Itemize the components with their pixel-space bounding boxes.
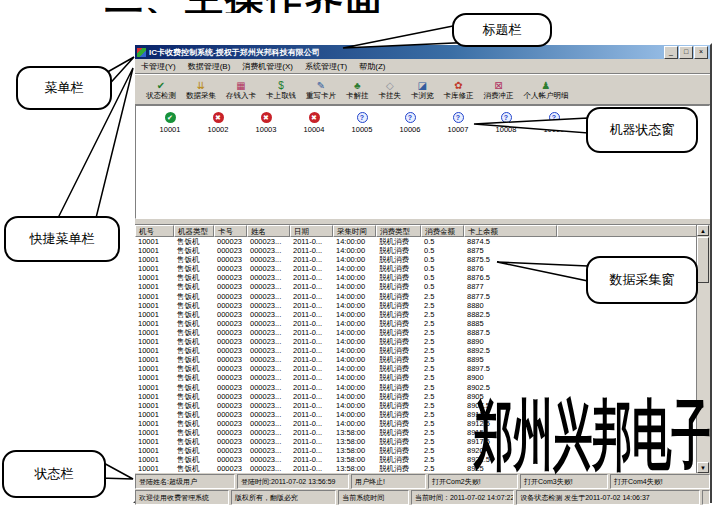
table-cell: 2.5 (421, 355, 464, 364)
table-cell: 2011-0... (290, 464, 333, 473)
toolbar-button[interactable]: ◇卡挂失 (374, 75, 407, 104)
toolbar-button[interactable]: ⇊数据采集 (181, 75, 221, 104)
page: 二、主操作界面 IC卡收费控制系统-授权于郑州兴邦科技有限公司 _ □ × 卡管… (0, 0, 714, 507)
toolbar-button[interactable]: ▦存钱入卡 (221, 75, 261, 104)
app-icon (137, 48, 146, 57)
table-row[interactable]: 10001售饭机000023000023...2011-0...14:00:00… (135, 364, 697, 373)
toolbar-button[interactable]: ✔状态检测 (141, 75, 181, 104)
table-row[interactable]: 10001售饭机000023000023...2011-0...14:00:00… (135, 328, 697, 337)
toolbar-button[interactable]: ✎重写卡片 (301, 75, 341, 104)
table-cell: 脱机消费 (376, 401, 421, 410)
menu-item[interactable]: 消费机管理(X) (236, 61, 299, 72)
title-bar[interactable]: IC卡收费控制系统-授权于郑州兴邦科技有限公司 _ □ × (135, 45, 710, 59)
table-row[interactable]: 10001售饭机000023000023...2011-0...14:00:00… (135, 337, 697, 346)
table-cell: 000023... (247, 419, 290, 428)
table-cell: 000023... (247, 373, 290, 382)
table-cell: 8902.5 (464, 383, 557, 392)
toolbar-button[interactable]: ⊠消费冲正 (479, 75, 519, 104)
toolbar-button[interactable]: $卡上取钱 (261, 75, 301, 104)
machine-item[interactable]: ✖10003 (242, 112, 290, 134)
table-row[interactable]: 10001售饭机000023000023...2011-0...14:00:00… (135, 383, 697, 392)
machine-item[interactable]: ✔10001 (146, 112, 194, 134)
table-cell: 000023... (247, 446, 290, 455)
column-header[interactable]: 消费类型 (376, 225, 421, 237)
table-cell: 000023 (214, 383, 247, 392)
table-cell: 10001 (135, 355, 174, 364)
table-cell: 2.5 (421, 373, 464, 382)
table-row[interactable]: 10001售饭机000023000023...2011-0...14:00:00… (135, 346, 697, 355)
table-cell: 2011-0... (290, 246, 333, 255)
minimize-button[interactable]: _ (664, 46, 678, 59)
toolbar-button[interactable]: ♟个人帐户明细 (519, 75, 574, 104)
menu-item[interactable]: 卡管理(Y) (135, 61, 182, 72)
machine-status-unknown-icon: ? (501, 112, 512, 123)
toolbar-button[interactable]: ◪卡浏览 (406, 75, 439, 104)
machine-item[interactable]: ?10007 (434, 112, 482, 134)
status-panel: 设备状态检测 发生于2011-07-02 14:06:37 (516, 490, 700, 505)
table-cell: 000023 (214, 273, 247, 282)
watermark-text: 郑州兴邦电子 (474, 392, 711, 478)
table-cell: 脱机消费 (376, 264, 421, 273)
table-cell: 2011-0... (290, 373, 333, 382)
machine-item[interactable]: ?10009 (530, 112, 578, 134)
maximize-button[interactable]: □ (679, 46, 693, 59)
table-cell: 售饭机 (174, 410, 214, 419)
table-cell: 000023... (247, 255, 290, 264)
table-cell: 14:00:00 (333, 401, 376, 410)
toolbar-button[interactable]: ♣卡解挂 (341, 75, 374, 104)
table-cell: 2.5 (421, 346, 464, 355)
table-cell: 10001 (135, 373, 174, 382)
machine-item[interactable]: ?10008 (482, 112, 530, 134)
machine-status-unknown-icon: ? (549, 112, 560, 123)
machine-status-error-icon: ✖ (261, 112, 272, 123)
table-row[interactable]: 10001售饭机000023000023...2011-0...14:00:00… (135, 355, 697, 364)
column-header[interactable]: 卡号 (214, 225, 247, 237)
column-header[interactable]: 姓名 (247, 225, 290, 237)
menu-item[interactable]: 系统管理(T) (299, 61, 353, 72)
toolbar-button[interactable]: ✿卡库修正 (439, 75, 479, 104)
table-cell: 0.5 (421, 237, 464, 246)
table-row[interactable]: 10001售饭机000023000023...2011-0...14:00:00… (135, 319, 697, 328)
scroll-up-icon[interactable]: ▲ (697, 225, 709, 236)
callout-machine-status: 机器状态窗 (586, 107, 698, 153)
table-cell-filler (557, 383, 697, 392)
menu-item[interactable]: 数据管理(B) (182, 61, 237, 72)
machine-item[interactable]: ?10005 (338, 112, 386, 134)
table-cell: 0.5 (421, 273, 464, 282)
column-header[interactable]: 机器类型 (174, 225, 214, 237)
withdraw-card-icon: $ (278, 80, 284, 91)
close-button[interactable]: × (694, 46, 708, 59)
table-cell: 000023 (214, 419, 247, 428)
table-cell: 2011-0... (290, 419, 333, 428)
table-cell: 000023 (214, 373, 247, 382)
scrollbar-thumb[interactable] (697, 237, 709, 283)
column-header[interactable]: 消费金额 (421, 225, 464, 237)
table-cell: 0.5 (421, 255, 464, 264)
column-header[interactable]: 日期 (290, 225, 333, 237)
machine-status-error-icon: ✖ (309, 112, 320, 123)
table-cell: 2.5 (421, 383, 464, 392)
table-cell: 000023 (214, 364, 247, 373)
table-row[interactable]: 10001售饭机000023000023...2011-0...14:00:00… (135, 246, 697, 255)
table-cell: 售饭机 (174, 319, 214, 328)
table-row[interactable]: 10001售饭机000023000023...2011-0...14:00:00… (135, 310, 697, 319)
machine-item[interactable]: ✖10002 (194, 112, 242, 134)
table-cell: 2011-0... (290, 264, 333, 273)
table-row[interactable]: 10001售饭机000023000023...2011-0...14:00:00… (135, 373, 697, 382)
menu-item[interactable]: 帮助(Z) (353, 61, 391, 72)
machine-item[interactable]: ✖10004 (290, 112, 338, 134)
table-cell: 000023... (247, 355, 290, 364)
column-header[interactable]: 采集时间 (333, 225, 376, 237)
table-cell: 2.5 (421, 437, 464, 446)
column-header[interactable]: 卡上余额 (464, 225, 557, 237)
consume-reversal-icon: ⊠ (494, 80, 502, 91)
toolbar-button-label: 卡上取钱 (266, 91, 296, 100)
machine-status-error-icon: ✖ (213, 112, 224, 123)
machine-item[interactable]: ?10006 (386, 112, 434, 134)
table-cell: 脱机消费 (376, 455, 421, 464)
table-cell: 8875 (464, 246, 557, 255)
column-header[interactable]: 机号 (135, 225, 174, 237)
table-cell: 13:58:00 (333, 437, 376, 446)
table-row[interactable]: 10001售饭机000023000023...2011-0...14:00:00… (135, 237, 697, 246)
table-cell: 000023 (214, 464, 247, 473)
